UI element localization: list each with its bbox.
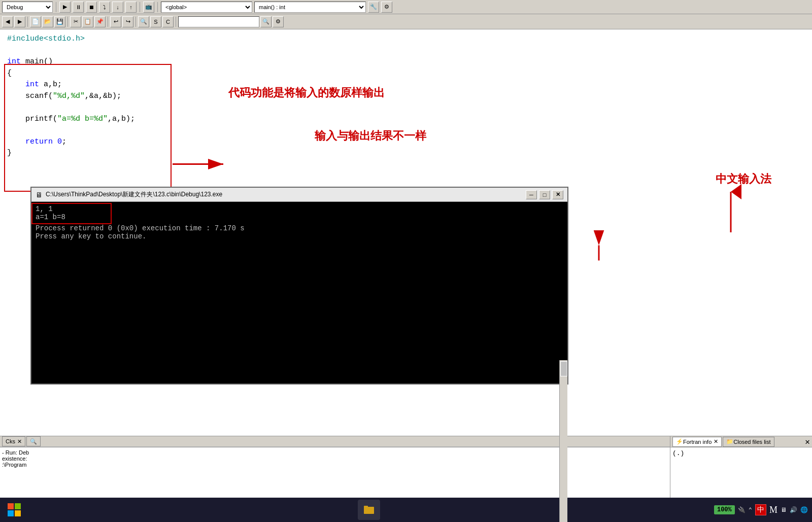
back-btn[interactable]: ◀ [2, 16, 13, 27]
bottom-tab-cks[interactable]: Cks ✕ [2, 436, 25, 446]
function-dropdown[interactable]: main() : int [254, 2, 366, 13]
power-icon: 🔌 [738, 506, 746, 514]
debug-mode-dropdown[interactable]: Debug [2, 2, 53, 13]
sep5 [67, 17, 68, 27]
bottom-log-area: - Run: Deb existence: :\Program [0, 447, 670, 498]
search-btn[interactable]: 🔍 [138, 16, 149, 27]
closed-files-label: Closed files list [733, 439, 770, 445]
language-bar-icon[interactable]: 🌐 [800, 506, 808, 514]
save-btn[interactable]: 💾 [54, 16, 65, 27]
toolbar-separator3 [157, 2, 158, 12]
code-line-7 [7, 102, 808, 114]
search-icon: 🔍 [30, 438, 37, 445]
search-input[interactable] [178, 16, 259, 27]
paste-btn[interactable]: 📌 [94, 16, 106, 27]
network-icon[interactable]: 🖥 [781, 506, 787, 514]
svg-rect-11 [15, 510, 21, 516]
sep7 [136, 17, 136, 27]
svg-rect-8 [8, 503, 14, 509]
fortran-tab-label: Fortran info [683, 439, 712, 445]
compile-btn[interactable]: C [162, 16, 174, 27]
speaker-icon[interactable]: 🔊 [790, 506, 797, 514]
undo-btn[interactable]: ↩ [110, 16, 121, 27]
bottom-tab-search[interactable]: 🔍 [26, 436, 41, 446]
jump-btn[interactable]: 🔧 [368, 2, 379, 13]
terminal-title: C:\Users\ThinkPad\Desktop\新建文件夹\123.c\bi… [46, 190, 222, 199]
replace-btn[interactable]: S [150, 16, 161, 27]
chevron-up-icon[interactable]: ⌃ [749, 506, 752, 514]
new-btn[interactable]: 📄 [30, 16, 41, 27]
right-tab-bar: ⚡ Fortran info ✕ 📁 Closed files list ✕ [670, 436, 812, 447]
toolbar-separator [56, 2, 56, 12]
svg-rect-12 [364, 507, 374, 514]
file-explorer-icon[interactable] [358, 500, 380, 520]
open-btn[interactable]: 📂 [42, 16, 53, 27]
toolbar-row2: ◀ ▶ 📄 📂 💾 ✂ 📋 📌 ↩ ↪ 🔍 S C 🔍 ⚙ [0, 14, 812, 29]
stop-button[interactable]: ⏹ [86, 2, 97, 13]
taskbar: 100% 🔌 ⌃ 中 M 🖥 🔊 🌐 [0, 498, 812, 522]
chinese-input-indicator[interactable]: 中 [755, 504, 766, 515]
search-opts-btn[interactable]: ⚙ [273, 16, 284, 27]
play-button[interactable]: ▶ [59, 2, 71, 13]
ide-container: Debug ▶ ⏸ ⏹ ⤵ ↓ ↑ 📺 <global> main() : in… [0, 0, 812, 522]
global-scope-dropdown[interactable]: <global> [161, 2, 252, 13]
bottom-tab-cks-label: Cks [6, 438, 15, 444]
terminal-output-line: a=1 b=8 [36, 213, 563, 221]
terminal-window: 🖥 C:\Users\ThinkPad\Desktop\新建文件夹\123.c\… [30, 187, 568, 385]
right-arrow-svg [723, 187, 738, 237]
code-line-8: printf("a=%d b=%d",a,b); [7, 114, 808, 125]
svg-rect-9 [15, 503, 21, 509]
log-line-2: existence: [2, 456, 668, 462]
forward-btn[interactable]: ▶ [14, 16, 25, 27]
svg-rect-10 [8, 510, 14, 516]
settings-btn[interactable]: ⚙ [381, 2, 392, 13]
svg-rect-13 [364, 506, 368, 508]
step-over-button[interactable]: ⤵ [99, 2, 110, 13]
code-line-3: int main() [7, 56, 808, 68]
chinese-char: 中 [757, 505, 764, 514]
m-indicator[interactable]: M [769, 505, 777, 515]
code-line-6: scanf("%d,%d",&a,&b); [7, 91, 808, 102]
terminal-input-line: 1, 1 [36, 205, 563, 213]
code-line-4: { [7, 68, 808, 80]
pause-button[interactable]: ⏸ [73, 2, 84, 13]
minimize-button[interactable]: ─ [526, 190, 537, 199]
folder-icon [363, 504, 375, 516]
maximize-button[interactable]: □ [539, 190, 550, 199]
terminal-body[interactable]: 1, 1 a=1 b=8 Process returned 0 (0x0) ex… [31, 202, 567, 384]
right-panel-content: (.) [670, 447, 812, 498]
scrollbar-thumb [560, 361, 567, 376]
terminal-process-line: Process returned 0 (0x0) execution time … [36, 224, 563, 232]
bottom-tab-cks-close[interactable]: ✕ [17, 438, 22, 445]
code-line-5: int a,b; [7, 79, 808, 91]
sep6 [108, 17, 108, 27]
search-go-btn[interactable]: 🔍 [260, 16, 272, 27]
step-in-button[interactable]: ↓ [112, 2, 123, 13]
right-panel-text: (.) [672, 449, 684, 457]
screen-btn[interactable]: 📺 [143, 2, 154, 13]
battery-indicator: 100% [714, 505, 735, 514]
taskbar-left [4, 500, 24, 520]
files-icon: 📁 [726, 438, 733, 445]
terminal-continue-line: Press any key to continue. [36, 232, 563, 240]
close-button[interactable]: ✕ [552, 190, 563, 199]
closed-files-tab[interactable]: 📁 Closed files list [723, 437, 774, 447]
taskbar-center [358, 500, 380, 520]
toolbar-separator2 [140, 2, 140, 12]
windows-start-button[interactable] [4, 500, 24, 520]
fortran-info-tab[interactable]: ⚡ Fortran info ✕ [672, 437, 722, 447]
right-panel-close-icon[interactable]: ✕ [805, 437, 810, 447]
sep8 [176, 17, 176, 27]
cut-btn[interactable]: ✂ [70, 16, 81, 27]
fortran-icon: ⚡ [676, 438, 683, 445]
annotation-text-right: 中文输入法 [716, 171, 771, 187]
fortran-tab-close[interactable]: ✕ [714, 438, 718, 445]
step-out-button[interactable]: ↑ [125, 2, 137, 13]
copy-btn[interactable]: 📋 [82, 16, 93, 27]
log-line-1: - Run: Deb [2, 449, 668, 456]
taskbar-right: 100% 🔌 ⌃ 中 M 🖥 🔊 🌐 [714, 504, 808, 515]
terminal-scrollbar[interactable] [559, 360, 567, 522]
redo-btn[interactable]: ↪ [122, 16, 133, 27]
code-line-1: #include<stdio.h> [7, 33, 808, 45]
sep4 [27, 17, 28, 27]
